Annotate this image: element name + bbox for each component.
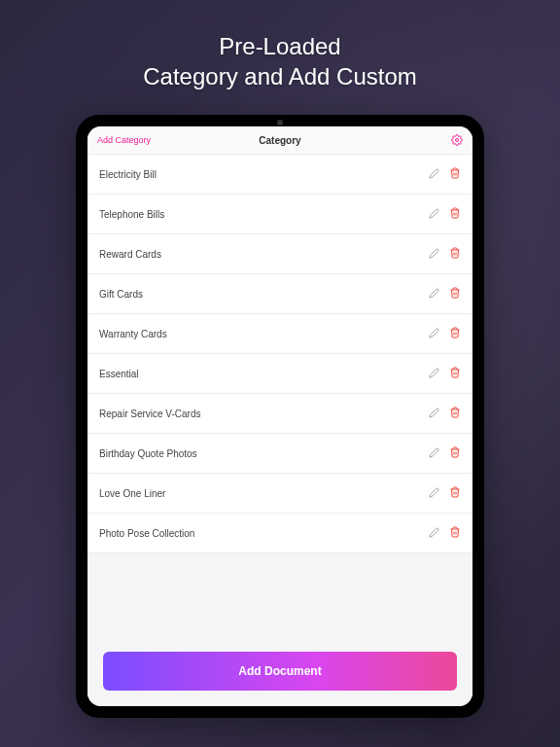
edit-button[interactable]: [429, 285, 439, 302]
delete-button[interactable]: [449, 484, 461, 502]
category-row[interactable]: Love One Liner: [88, 474, 472, 514]
tablet-camera: [277, 120, 283, 125]
headline-line-2: Category and Add Custom: [143, 61, 417, 91]
edit-button[interactable]: [429, 245, 439, 263]
trash-icon: [449, 167, 461, 179]
page-title: Category: [259, 135, 300, 146]
category-label: Telephone Bills: [99, 209, 164, 220]
add-category-button[interactable]: Add Category: [97, 135, 151, 145]
category-label: Love One Liner: [99, 488, 165, 499]
row-actions: [429, 445, 461, 462]
pencil-icon: [429, 208, 439, 219]
promo-headline: Pre-Loaded Category and Add Custom: [143, 31, 417, 91]
row-actions: [429, 405, 461, 422]
row-actions: [429, 165, 461, 183]
trash-icon: [449, 247, 461, 259]
pencil-icon: [429, 447, 439, 458]
trash-icon: [449, 327, 461, 338]
trash-icon: [449, 407, 461, 418]
category-row[interactable]: Telephone Bills: [88, 195, 472, 234]
edit-button[interactable]: [429, 524, 439, 542]
trash-icon: [449, 207, 461, 219]
add-document-button[interactable]: Add Document: [103, 652, 457, 691]
svg-point-0: [456, 139, 459, 142]
category-row[interactable]: Gift Cards: [88, 274, 472, 314]
trash-icon: [449, 526, 461, 538]
row-actions: [429, 524, 461, 542]
delete-button[interactable]: [449, 165, 461, 183]
edit-button[interactable]: [429, 325, 439, 342]
edit-button[interactable]: [429, 205, 439, 223]
category-row[interactable]: Reward Cards: [88, 234, 472, 274]
trash-icon: [449, 367, 461, 378]
delete-button[interactable]: [449, 245, 461, 263]
pencil-icon: [429, 368, 439, 378]
row-actions: [429, 285, 461, 302]
gear-icon: [451, 134, 463, 146]
tablet-frame: Add Category Category Electricity BillTe…: [76, 115, 484, 718]
delete-button[interactable]: [449, 365, 461, 382]
row-actions: [429, 245, 461, 263]
category-row[interactable]: Warranty Cards: [88, 314, 472, 354]
category-list: Electricity BillTelephone BillsReward Ca…: [88, 155, 472, 636]
tablet-screen: Add Category Category Electricity BillTe…: [88, 126, 472, 706]
pencil-icon: [429, 168, 439, 179]
category-label: Reward Cards: [99, 249, 161, 260]
category-row[interactable]: Electricity Bill: [88, 155, 472, 195]
row-actions: [429, 365, 461, 382]
category-label: Warranty Cards: [99, 329, 167, 339]
pencil-icon: [429, 248, 439, 259]
edit-button[interactable]: [429, 365, 439, 382]
category-label: Electricity Bill: [99, 169, 157, 180]
edit-button[interactable]: [429, 484, 439, 502]
delete-button[interactable]: [449, 524, 461, 542]
pencil-icon: [429, 288, 439, 299]
row-actions: [429, 325, 461, 342]
edit-button[interactable]: [429, 165, 439, 183]
headline-line-1: Pre-Loaded: [143, 31, 417, 61]
trash-icon: [449, 287, 461, 299]
bottom-area: Add Document: [88, 636, 472, 706]
category-row[interactable]: Essential: [88, 354, 472, 394]
trash-icon: [449, 446, 461, 458]
pencil-icon: [429, 487, 439, 498]
delete-button[interactable]: [449, 285, 461, 302]
category-row[interactable]: Birthday Quote Photos: [88, 434, 472, 474]
row-actions: [429, 484, 461, 502]
nav-bar: Add Category Category: [88, 126, 472, 155]
pencil-icon: [429, 527, 439, 538]
category-row[interactable]: Repair Service V-Cards: [88, 394, 472, 434]
edit-button[interactable]: [429, 405, 439, 422]
settings-button[interactable]: [451, 134, 463, 146]
row-actions: [429, 205, 461, 223]
delete-button[interactable]: [449, 325, 461, 342]
category-label: Gift Cards: [99, 289, 143, 300]
category-label: Birthday Quote Photos: [99, 448, 197, 459]
category-label: Photo Pose Collection: [99, 528, 194, 539]
delete-button[interactable]: [449, 445, 461, 462]
pencil-icon: [429, 408, 439, 418]
category-label: Repair Service V-Cards: [99, 409, 200, 419]
trash-icon: [449, 486, 461, 498]
pencil-icon: [429, 328, 439, 338]
delete-button[interactable]: [449, 205, 461, 223]
delete-button[interactable]: [449, 405, 461, 422]
category-row[interactable]: Photo Pose Collection: [88, 514, 472, 553]
category-label: Essential: [99, 369, 139, 379]
edit-button[interactable]: [429, 445, 439, 462]
